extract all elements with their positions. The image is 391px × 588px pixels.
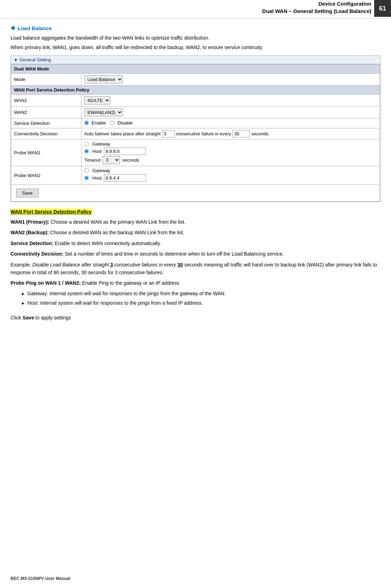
save-row: Save xyxy=(11,185,380,202)
probe-para: Probe Ping on WAN 1 / WAN2: Enable Ping … xyxy=(11,279,380,287)
wan1-primary-desc: Choose a desired WAN as the primary WAN … xyxy=(49,219,185,225)
probe-wan2-host-label: Host xyxy=(92,175,102,181)
wan-port-section-row: WAN Port Service Detection Policy xyxy=(11,86,380,95)
gateway-bullet-text: Gateway: Internal system will wait for r… xyxy=(27,290,226,297)
service-detection-disable-label: Disable xyxy=(117,120,132,126)
mode-row: Mode Load Balance xyxy=(11,74,380,86)
section-heading-text: Load Balance xyxy=(18,25,52,31)
probe-wan2-host-input[interactable] xyxy=(104,174,146,182)
page-header: Device Configuration Dual WAN – General … xyxy=(0,0,391,19)
service-detection-disable-radio[interactable] xyxy=(110,121,114,125)
probe-wan1-host-input[interactable] xyxy=(104,148,146,155)
wan2-value-cell: EWAN(LAN2) xyxy=(81,107,380,119)
gateway-bullet: ► Gateway: Internal system will wait for… xyxy=(21,290,380,297)
panel-header: ▼ General Setting xyxy=(11,56,380,64)
intro-para2: When primary link, WAN1, goes down, all … xyxy=(11,44,380,51)
triangle-icon: ▼ xyxy=(14,58,18,62)
example-italic2: consecutive failures in every xyxy=(113,262,178,268)
probe-wan1-value-cell: Gateway Host Timeout 3 seconds xyxy=(81,140,380,166)
general-setting-panel: ▼ General Setting Dual WAN Mode Mode Loa… xyxy=(11,55,380,202)
probe-wan1-timeout-row: Timeout 3 seconds xyxy=(84,156,377,164)
wan1-primary-para: WAN1 (Primary): Choose a desired WAN as … xyxy=(11,218,380,226)
service-detection-enable-label: Enable xyxy=(92,120,106,126)
connectivity-row: Connectivity Decision Auto failover take… xyxy=(11,128,380,140)
example-italic3: seconds xyxy=(183,262,203,268)
host-desc: Internal system will wait for responses … xyxy=(39,300,203,306)
probe-wan1-gateway-radio[interactable] xyxy=(84,142,89,146)
probe-wan1-timeout-select[interactable]: 3 xyxy=(102,156,120,164)
connectivity-para: Connectivity Decision: Set a number of t… xyxy=(11,250,380,258)
probe-wan2-row: Probe WAN2 Gateway Host xyxy=(11,166,380,185)
policy-section: WAN Port Service Detection Policy WAN1 (… xyxy=(11,209,380,322)
wan1-value-cell: 4G/LTE xyxy=(81,95,380,107)
service-detection-para: Service Detection: Enable to detect WAN … xyxy=(11,239,380,247)
example-num1: 3 xyxy=(110,262,113,268)
config-table: Dual WAN Mode Mode Load Balance WAN Port… xyxy=(11,64,380,202)
service-detection-row: Service Detection Enable Disable xyxy=(11,119,380,128)
detection-policy-heading: WAN Port Service Detection Policy xyxy=(11,209,92,215)
connectivity-term: Connectivity Decision: xyxy=(11,251,64,257)
wan1-select[interactable]: 4G/LTE xyxy=(84,96,110,104)
probe-term: Probe Ping on WAN 1 / WAN2: xyxy=(11,280,81,286)
dual-wan-mode-label: Dual WAN Mode xyxy=(11,65,380,74)
wan2-select[interactable]: EWAN(LAN2) xyxy=(84,108,123,116)
probe-wan1-gateway-label: Gateway xyxy=(92,141,110,147)
probe-wan2-host-radio[interactable] xyxy=(84,176,89,180)
header-text: Device Configuration Dual WAN – General … xyxy=(262,0,374,17)
diamond-icon: ❖ xyxy=(11,25,15,32)
probe-wan2-host-row: Host xyxy=(84,174,377,182)
service-detection-label: Service Detection xyxy=(11,119,81,128)
example-num2: 30 xyxy=(178,262,183,268)
header-title-line1: Device Configuration xyxy=(262,0,371,7)
wan2-label: WAN2 xyxy=(11,107,81,119)
mode-value-cell: Load Balance xyxy=(81,74,380,86)
save-button[interactable]: Save xyxy=(16,189,39,197)
connectivity-prefix: Auto failover takes place after straight xyxy=(84,131,161,136)
wan2-backup-desc: Choose a desired WAN as the backup WAN L… xyxy=(49,230,184,235)
footer: BEC MX-210NPV User Manual xyxy=(11,576,70,581)
wan2-row: WAN2 EWAN(LAN2) xyxy=(11,107,380,119)
probe-wan1-host-row: Host xyxy=(84,148,377,155)
wan2-backup-term: WAN2 (Backup): xyxy=(11,230,49,235)
probe-wan1-gateway-row: Gateway xyxy=(84,141,377,147)
wan1-row: WAN1 4G/LTE xyxy=(11,95,380,107)
click-save-prefix: Click xyxy=(11,315,22,320)
probe-wan1-timeout-label: Timeout xyxy=(84,157,100,163)
connectivity-value2-input[interactable] xyxy=(232,130,250,137)
connectivity-middle: consecutive failure in every xyxy=(176,131,231,136)
bullet-arrow-icon: ► xyxy=(21,291,25,297)
probe-wan1-label: Probe WAN1 xyxy=(11,140,81,166)
example-italic1: Disable Load Balance after straight xyxy=(32,262,110,268)
mode-label: Mode xyxy=(11,74,81,86)
dual-wan-mode-section-row: Dual WAN Mode xyxy=(11,65,380,74)
probe-wan1-host-radio[interactable] xyxy=(84,149,89,154)
host-term: Host: xyxy=(27,300,39,306)
probe-wan1-row: Probe WAN1 Gateway Host Timeout 3 xyxy=(11,140,380,166)
wan1-primary-term: WAN1 (Primary): xyxy=(11,219,49,225)
probe-wan2-gateway-label: Gateway xyxy=(92,168,110,173)
probe-wan2-label: Probe WAN2 xyxy=(11,166,81,185)
header-title-line2: Dual WAN – General Setting (Load Balance… xyxy=(262,7,371,15)
gateway-term: Gateway: xyxy=(27,291,48,296)
probe-wan2-value-cell: Gateway Host xyxy=(81,166,380,185)
connectivity-value-cell: Auto failover takes place after straight… xyxy=(81,128,380,140)
gateway-desc: Internal system will wait for responses … xyxy=(48,291,226,296)
probe-wan2-gateway-radio[interactable] xyxy=(84,168,89,173)
connectivity-decision-row: Auto failover takes place after straight… xyxy=(84,130,377,137)
connectivity-value1-input[interactable] xyxy=(162,130,175,137)
service-detection-enable-radio[interactable] xyxy=(84,121,89,125)
connectivity-label: Connectivity Decision xyxy=(11,128,81,140)
example-prefix: Example, xyxy=(11,262,32,268)
service-detection-desc: Enable to detect WAN connectivity automa… xyxy=(53,241,161,246)
host-bullet-text: Host: Internal system will wait for resp… xyxy=(27,299,203,307)
probe-wan1-host-label: Host xyxy=(92,149,102,154)
click-save-bold: Save xyxy=(22,315,34,320)
page-content: ❖ Load Balance Load balance aggregates t… xyxy=(0,21,391,335)
host-bullet: ► Host: Internal system will wait for re… xyxy=(21,299,380,307)
probe-wan2-gateway-row: Gateway xyxy=(84,168,377,173)
wan-port-section-label: WAN Port Service Detection Policy xyxy=(11,86,380,95)
example-para: Example, Disable Load Balance after stra… xyxy=(11,261,380,277)
footer-text: BEC MX-210NPV User Manual xyxy=(11,576,70,581)
probe-wan1-timeout-suffix: seconds xyxy=(122,157,139,163)
mode-select[interactable]: Load Balance xyxy=(84,75,123,83)
